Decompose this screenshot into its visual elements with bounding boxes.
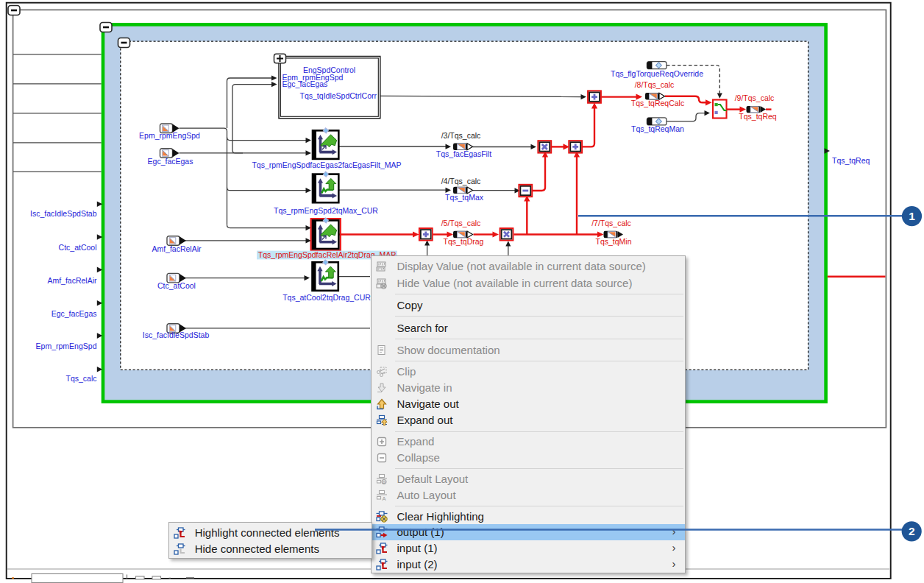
svg-text:Isc_facIdleSpdStab: Isc_facIdleSpdStab <box>143 331 210 339</box>
svg-text:D: D <box>382 480 385 484</box>
svg-text:Amf_facRelAir: Amf_facRelAir <box>152 244 202 253</box>
svg-text:Isc_facIdleSpdStab: Isc_facIdleSpdStab <box>30 209 97 218</box>
svg-text:Tqs_tqReqCalc: Tqs_tqReqCalc <box>631 99 684 107</box>
svg-text:/9/Tqs_calc: /9/Tqs_calc <box>735 93 775 102</box>
svg-text:Tqs_calc: Tqs_calc <box>65 374 96 383</box>
svg-text:Ctc_atCool: Ctc_atCool <box>157 281 196 290</box>
svg-text:Amf_facRelAir: Amf_facRelAir <box>47 276 97 285</box>
svg-text:Tqs_tqMax: Tqs_tqMax <box>445 193 484 202</box>
svg-text:Tqs_facEgasFilt: Tqs_facEgasFilt <box>436 149 491 158</box>
svg-text:Tqs_tqReq: Tqs_tqReq <box>832 156 870 165</box>
svg-text:Epm_rpmEngSpd: Epm_rpmEngSpd <box>139 131 200 140</box>
svg-text:Tqs_tqReq: Tqs_tqReq <box>739 112 777 121</box>
svg-text:/5/Tqs_calc: /5/Tqs_calc <box>441 219 481 227</box>
svg-text:Tqs_tqReqMan: Tqs_tqReqMan <box>631 124 684 133</box>
svg-text:Tqs_tqIdleSpdCtrlCorr: Tqs_tqIdleSpdCtrlCorr <box>300 91 377 100</box>
svg-text:Tqs_flgTorqueReqOverride: Tqs_flgTorqueReqOverride <box>611 69 703 78</box>
svg-text:Tqs_tqMin: Tqs_tqMin <box>595 237 631 246</box>
svg-text:Tqs_rpmEngSpdfacEgas2facEgasFi: Tqs_rpmEngSpdfacEgas2facEgasFilt_MAP <box>252 160 401 169</box>
svg-text:Egc_facEgas: Egc_facEgas <box>148 157 193 166</box>
svg-text:/8/Tqs_calc: /8/Tqs_calc <box>635 80 675 89</box>
svg-text:A: A <box>382 495 385 501</box>
svg-text:Egc_facEgas: Egc_facEgas <box>282 80 328 88</box>
svg-text:/7/Tqs_calc: /7/Tqs_calc <box>591 219 631 227</box>
svg-text:Egc_facEgas: Egc_facEgas <box>51 309 97 318</box>
svg-text:/3/Tqs_calc: /3/Tqs_calc <box>441 131 481 140</box>
svg-text:Tqs_rpmEngSpd2tqMax_CUR: Tqs_rpmEngSpd2tqMax_CUR <box>274 206 378 215</box>
svg-text:/4/Tqs_calc: /4/Tqs_calc <box>441 177 481 186</box>
svg-text:Epm_rpmEngSpd: Epm_rpmEngSpd <box>36 342 97 350</box>
svg-text:Tqs_atCool2tqDrag_CUR: Tqs_atCool2tqDrag_CUR <box>282 293 371 302</box>
svg-text:Tqs_tqDrag: Tqs_tqDrag <box>444 237 484 246</box>
svg-text:Ctc_atCool: Ctc_atCool <box>59 243 97 252</box>
